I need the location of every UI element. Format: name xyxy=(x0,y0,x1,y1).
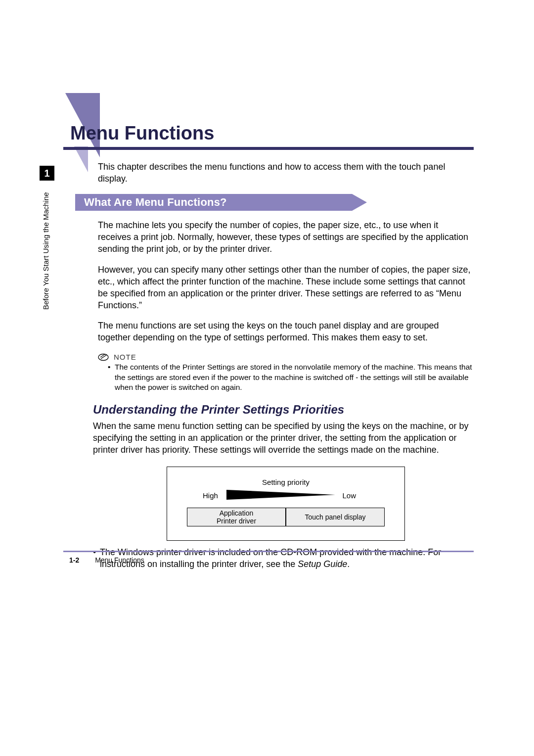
svg-marker-3 xyxy=(226,490,335,500)
heading-rule xyxy=(63,147,474,150)
diagram-cell-low: Touch panel display xyxy=(286,508,385,526)
arrow-wedge-icon xyxy=(226,490,335,500)
footer-title: Menu Functions xyxy=(95,556,144,564)
page-number: 1-2 xyxy=(69,556,79,564)
bullet-emph: Setup Guide xyxy=(298,559,347,569)
body-paragraph: The menu functions are set using the key… xyxy=(98,320,474,344)
priority-diagram: Setting priority High Low Application Pr… xyxy=(167,467,405,541)
diagram-cell-line: Touch panel display xyxy=(305,513,366,521)
side-running-head: Before You Start Using the Machine xyxy=(42,192,50,310)
intro-paragraph: This chapter describes the menu function… xyxy=(98,161,474,185)
bullet-text: . xyxy=(347,559,350,569)
decorative-triangle-small xyxy=(74,146,88,172)
section-heading-banner: What Are Menu Functions? xyxy=(75,194,382,211)
page-footer: 1-2 Menu Functions xyxy=(69,556,144,564)
note-label: NOTE xyxy=(114,353,136,361)
subsection-heading: Understanding the Printer Settings Prior… xyxy=(93,403,474,417)
note-block: NOTE The contents of the Printer Setting… xyxy=(98,353,474,392)
diagram-cell-line: Application xyxy=(220,509,254,517)
body-paragraph: The machine lets you specify the number … xyxy=(98,220,474,255)
bottom-rule xyxy=(63,551,474,552)
section-heading: What Are Menu Functions? xyxy=(84,196,227,209)
note-item: The contents of the Printer Settings are… xyxy=(98,362,474,392)
diagram-cell-line: Printer driver xyxy=(217,517,256,525)
note-icon xyxy=(98,353,109,361)
diagram-label-low: Low xyxy=(342,491,356,500)
diagram-cell-high: Application Printer driver xyxy=(187,508,286,526)
chapter-tab: 1 xyxy=(40,166,54,181)
diagram-label-high: High xyxy=(203,491,218,500)
body-paragraph: However, you can specify many other sett… xyxy=(98,264,474,312)
diagram-title: Setting priority xyxy=(167,478,404,486)
body-paragraph: When the same menu function setting can … xyxy=(93,421,474,456)
document-page: Menu Functions 1 Before You Start Using … xyxy=(0,0,534,756)
page-title: Menu Functions xyxy=(70,123,214,144)
content-column: This chapter describes the menu function… xyxy=(98,161,474,570)
svg-line-1 xyxy=(101,355,107,359)
